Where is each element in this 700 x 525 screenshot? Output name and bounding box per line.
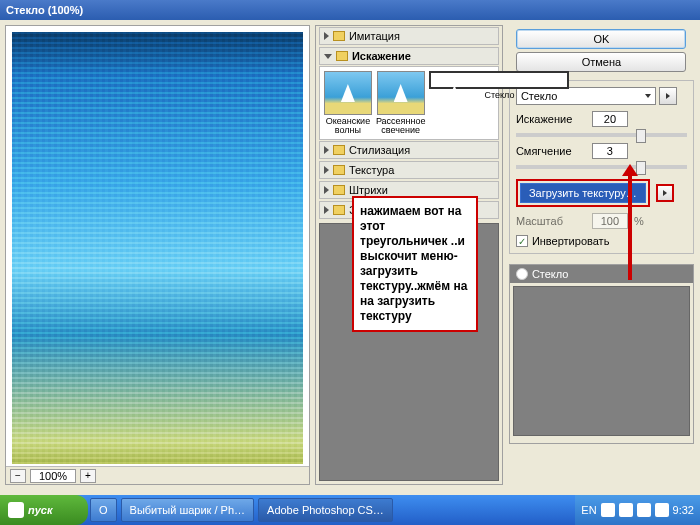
smooth-input[interactable]: 3 bbox=[592, 143, 628, 159]
preview-panel: − 100% + bbox=[5, 25, 310, 485]
distortion-input[interactable]: 20 bbox=[592, 111, 628, 127]
category-texture[interactable]: Текстура bbox=[319, 161, 499, 179]
main-area: − 100% + Имитация Искажение Океанские во… bbox=[0, 20, 700, 490]
checkbox-icon: ✓ bbox=[516, 235, 528, 247]
distortion-label: Искажение bbox=[516, 113, 586, 125]
texture-flyout-button[interactable] bbox=[656, 184, 674, 202]
category-label: Искажение bbox=[352, 50, 411, 62]
scale-label: Масштаб bbox=[516, 215, 586, 227]
chevron-right-icon bbox=[666, 93, 670, 99]
thumb-ocean-waves[interactable]: Океанские волны bbox=[324, 71, 372, 135]
category-label: Штрихи bbox=[349, 184, 388, 196]
ok-button[interactable]: OK bbox=[516, 29, 686, 49]
taskbar-item-1[interactable]: Выбитый шарик / Ph… bbox=[121, 498, 254, 522]
zoom-bar: − 100% + bbox=[6, 466, 309, 484]
zoom-out-button[interactable]: − bbox=[10, 469, 26, 483]
category-stylization[interactable]: Стилизация bbox=[319, 141, 499, 159]
tray-icon[interactable] bbox=[655, 503, 669, 517]
zoom-value[interactable]: 100% bbox=[30, 469, 76, 483]
scale-suffix: % bbox=[634, 215, 644, 227]
language-indicator[interactable]: EN bbox=[581, 504, 596, 516]
annotation-box: нажимаем вот на этот треугольничек ..и в… bbox=[352, 196, 478, 332]
zoom-in-button[interactable]: + bbox=[80, 469, 96, 483]
category-distortion[interactable]: Искажение bbox=[319, 47, 499, 65]
preview-image bbox=[12, 32, 303, 464]
tray-icon[interactable] bbox=[637, 503, 651, 517]
effect-layer-name: Стекло bbox=[532, 268, 569, 280]
window-title: Стекло (100%) bbox=[6, 4, 83, 16]
invert-label: Инвертировать bbox=[532, 235, 609, 247]
filter-settings: Стекло Искажение 20 Смягчение 3 Загрузит… bbox=[509, 80, 694, 254]
effect-layers-panel: Стекло bbox=[509, 264, 694, 444]
tray-icon[interactable] bbox=[601, 503, 615, 517]
filter-menu-button[interactable] bbox=[659, 87, 677, 105]
settings-panel: OK Отмена Стекло Искажение 20 Смягчение … bbox=[503, 20, 700, 490]
system-tray: EN 9:32 bbox=[575, 495, 700, 525]
effect-layers-empty bbox=[513, 286, 690, 436]
quicklaunch-button[interactable]: O bbox=[90, 498, 117, 522]
invert-checkbox[interactable]: ✓ Инвертировать bbox=[516, 235, 687, 247]
eye-icon[interactable] bbox=[516, 268, 528, 280]
start-button[interactable]: пуск bbox=[0, 495, 88, 525]
clock[interactable]: 9:32 bbox=[673, 504, 694, 516]
distortion-slider[interactable] bbox=[516, 133, 687, 137]
scale-input[interactable]: 100 bbox=[592, 213, 628, 229]
category-label: Текстура bbox=[349, 164, 394, 176]
cancel-button[interactable]: Отмена bbox=[516, 52, 686, 72]
effect-layer-row[interactable]: Стекло bbox=[510, 265, 693, 283]
taskbar-item-2[interactable]: Adobe Photoshop CS… bbox=[258, 498, 393, 522]
thumb-diffuse-glow[interactable]: Рассеянное свечение bbox=[376, 71, 426, 135]
window-titlebar: Стекло (100%) bbox=[0, 0, 700, 20]
load-texture-menuitem[interactable]: Загрузить текстуру… bbox=[520, 183, 646, 203]
taskbar: пуск O Выбитый шарик / Ph… Adobe Photosh… bbox=[0, 495, 700, 525]
chevron-right-icon bbox=[663, 190, 667, 196]
category-imitation[interactable]: Имитация bbox=[319, 27, 499, 45]
filter-select[interactable]: Стекло bbox=[516, 87, 656, 105]
tray-icon[interactable] bbox=[619, 503, 633, 517]
category-label: Имитация bbox=[349, 30, 400, 42]
thumbnail-row: Океанские волны Рассеянное свечение Стек… bbox=[319, 66, 499, 140]
category-label: Стилизация bbox=[349, 144, 410, 156]
smooth-label: Смягчение bbox=[516, 145, 586, 157]
smooth-slider[interactable] bbox=[516, 165, 687, 169]
annotation-arrow bbox=[628, 172, 632, 280]
chevron-down-icon bbox=[645, 94, 651, 98]
